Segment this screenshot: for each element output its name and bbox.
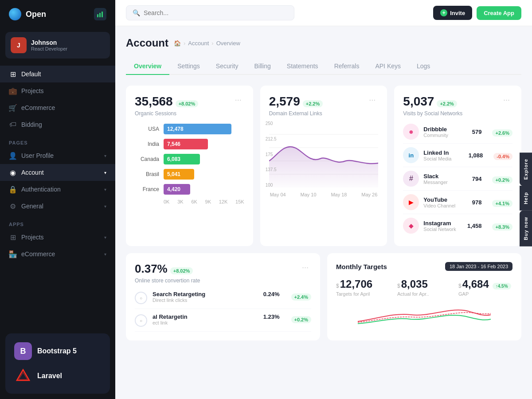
search-bar[interactable]: 🔍 — [126, 5, 294, 20]
tab-security[interactable]: Security — [208, 58, 246, 75]
linkedin-icon: in — [403, 147, 419, 163]
sidebar-item-authentication[interactable]: 🔒 Authentication ▾ — [0, 181, 115, 198]
logo-area: Open — [0, 0, 115, 28]
breadcrumb: 🏠 › Account › Overview — [174, 40, 240, 47]
retarget-icon: ○ — [135, 314, 147, 327]
target-value: 12,706 — [340, 278, 372, 290]
tab-referrals[interactable]: Referrals — [326, 58, 368, 75]
side-buttons: Explore Help Buy now — [520, 153, 532, 246]
settings-icon: ⚙ — [9, 202, 17, 210]
sidebar-item-label: Projects — [21, 234, 44, 241]
account-icon: ◉ — [9, 168, 17, 176]
retarget-sub: Direct link clicks — [153, 297, 258, 303]
tab-settings[interactable]: Settings — [169, 58, 208, 75]
svg-rect-1 — [99, 13, 101, 17]
bar-row-canada: Canada 6,083 — [135, 154, 244, 164]
social-type: Video Channel — [423, 203, 467, 208]
bottom-grid: 0.37% +8.02% Online store convertion rat… — [126, 253, 521, 340]
instagram-icon: ◆ — [403, 218, 419, 234]
target-item-april: $ 12,706 Targets for April — [336, 278, 390, 297]
chart-icon[interactable] — [94, 8, 106, 20]
social-name: Linked In — [423, 149, 464, 156]
social-value: 1,458 — [467, 223, 482, 229]
social-value: 794 — [472, 176, 482, 182]
sidebar-item-user-profile[interactable]: 👤 User Profile ▾ — [0, 147, 115, 164]
stat-label: Visits by Social Networks — [403, 110, 462, 117]
tag-icon: 🏷 — [9, 121, 17, 129]
svg-rect-2 — [102, 12, 103, 17]
tab-statements[interactable]: Statements — [279, 58, 326, 75]
chevron-down-icon: ▾ — [104, 187, 106, 192]
conversion-header: 0.37% +8.02% Online store convertion rat… — [135, 262, 311, 284]
stat-badge: +2.2% — [303, 100, 323, 107]
promo-card: B Bootstrap 5 Laravel — [5, 333, 110, 394]
target-label: Targets for April — [336, 291, 390, 297]
more-button[interactable]: ··· — [501, 94, 512, 106]
social-type: Community — [423, 133, 467, 138]
social-value: 978 — [472, 199, 482, 206]
sidebar-item-general[interactable]: ⚙ General ▾ — [0, 198, 115, 215]
apps-section-label: APPS — [0, 218, 115, 229]
breadcrumb-account[interactable]: Account — [188, 40, 209, 47]
more-button[interactable]: ··· — [232, 94, 244, 106]
social-badge: -0.4% — [493, 153, 512, 160]
bootstrap-label: Bootstrap 5 — [37, 347, 77, 355]
laravel-icon — [14, 367, 32, 385]
page-header: Account 🏠 › Account › Overview — [126, 37, 521, 49]
stat-header: 5,037 +2.2% Visits by Social Networks ··… — [403, 94, 512, 117]
chevron-down-icon: ▾ — [104, 170, 106, 175]
social-badge: +2.6% — [492, 129, 512, 137]
stat-badge: +2.2% — [437, 100, 457, 107]
social-value: 1,088 — [469, 152, 483, 159]
breadcrumb-home[interactable]: 🏠 — [174, 40, 181, 47]
monthly-targets-title: Monthly Targets — [336, 263, 387, 270]
social-badge: +4.1% — [492, 200, 512, 207]
tab-api-keys[interactable]: API Keys — [367, 58, 409, 75]
content-area: Account 🏠 › Account › Overview Overview … — [115, 26, 532, 399]
tab-overview[interactable]: Overview — [126, 58, 169, 75]
search-input[interactable] — [144, 9, 288, 16]
target-currency: $ — [458, 283, 462, 289]
stats-grid: 35,568 +8.02% Organic Sessions ··· USA 1… — [126, 86, 521, 246]
monthly-targets-card: Monthly Targets 18 Jan 2023 - 16 Feb 202… — [327, 253, 521, 340]
social-item-slack: # Slack Messanger 794 +0.2% — [403, 167, 512, 191]
stat-header: 2,579 +2.2% Domain External Links ··· — [269, 94, 379, 117]
dribbble-icon: ● — [403, 124, 419, 140]
sidebar-item-ecommerce[interactable]: 🛒 eCommerce — [0, 99, 115, 116]
invite-button[interactable]: + Invite — [433, 6, 472, 20]
stat-card-social: 5,037 +2.2% Visits by Social Networks ··… — [394, 86, 521, 246]
youtube-icon: ▶ — [403, 194, 419, 210]
chevron-down-icon: ▾ — [104, 252, 106, 257]
sidebar-item-account[interactable]: ◉ Account ▾ — [0, 164, 115, 181]
page-title: Account — [126, 37, 168, 49]
user-card: J Johnson React Developer — [5, 32, 110, 59]
briefcase-icon: 💼 — [9, 87, 17, 95]
logo-dot — [9, 8, 21, 20]
help-button[interactable]: Help — [520, 186, 532, 211]
chevron-down-icon: ▾ — [104, 204, 106, 209]
tab-logs[interactable]: Logs — [409, 58, 438, 75]
sidebar-item-default[interactable]: ⊞ Default — [0, 66, 115, 82]
more-button[interactable]: ··· — [299, 262, 311, 273]
create-app-button[interactable]: Create App — [477, 6, 521, 20]
more-button[interactable]: ··· — [366, 94, 378, 106]
sidebar-item-bidding[interactable]: 🏷 Bidding — [0, 116, 115, 133]
buy-now-button[interactable]: Buy now — [520, 211, 532, 246]
sidebar-item-projects[interactable]: 💼 Projects — [0, 82, 115, 99]
retarget-name: al Retargetin — [153, 313, 258, 320]
line-chart-area: May 04 May 10 May 18 May 26 250 212.5 17… — [269, 121, 379, 192]
tab-billing[interactable]: Billing — [246, 58, 278, 75]
sidebar-item-projects-app[interactable]: ⊞ Projects ▾ — [0, 229, 115, 246]
mini-chart — [336, 304, 512, 326]
target-currency: $ — [336, 283, 339, 289]
chevron-down-icon: ▾ — [104, 235, 106, 240]
retarget-sub: ect link — [153, 320, 258, 325]
bar-country-label: India — [135, 141, 159, 147]
target-item-gap: $ 4,684 ↑4.5% GAP — [458, 278, 512, 297]
sidebar-item-ecommerce-app[interactable]: 🏪 eCommerce ▾ — [0, 246, 115, 262]
gap-badge: ↑4.5% — [493, 283, 511, 289]
explore-button[interactable]: Explore — [520, 153, 532, 186]
line-chart-svg — [269, 121, 379, 188]
retarget-name: Search Retargeting — [153, 291, 258, 297]
main-area: 🔍 + Invite Create App Account 🏠 › Accoun… — [115, 0, 532, 399]
